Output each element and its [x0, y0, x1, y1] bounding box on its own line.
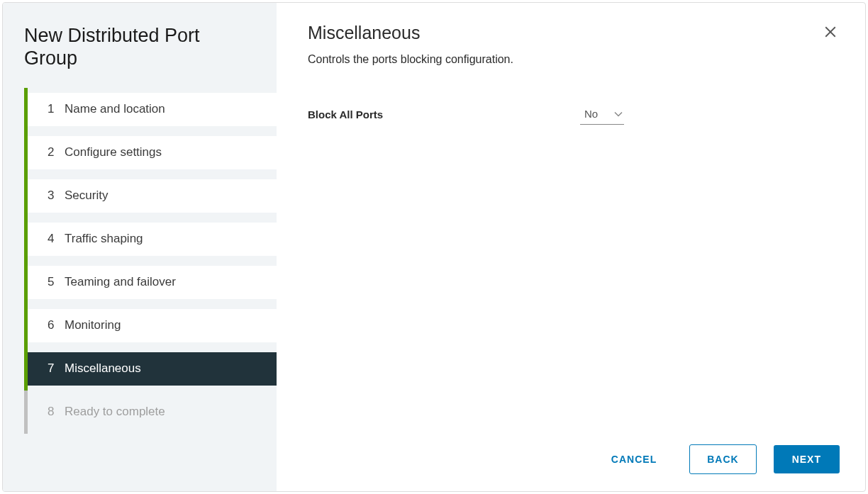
step-teaming-and-failover[interactable]: 5 Teaming and failover	[3, 266, 277, 299]
step-number: 7	[48, 361, 65, 376]
chevron-down-icon	[614, 107, 623, 120]
content-header: Miscellaneous Controls the ports blockin…	[308, 23, 840, 104]
step-number: 8	[48, 405, 65, 419]
block-all-ports-select[interactable]: No	[580, 104, 624, 125]
wizard-dialog: New Distributed Port Group 1 Name and lo…	[2, 2, 866, 492]
step-label: Traffic shaping	[65, 232, 143, 246]
next-button[interactable]: NEXT	[774, 445, 840, 473]
step-miscellaneous[interactable]: 7 Miscellaneous	[3, 352, 277, 386]
step-number: 6	[48, 318, 65, 332]
step-label: Security	[65, 189, 108, 203]
step-label: Teaming and failover	[65, 275, 176, 289]
step-number: 1	[48, 102, 65, 116]
block-all-ports-label: Block All Ports	[308, 108, 580, 120]
close-icon[interactable]	[821, 23, 840, 44]
wizard-footer: CANCEL BACK NEXT	[308, 444, 840, 474]
step-label: Miscellaneous	[65, 361, 141, 376]
wizard-steps: 1 Name and location 2 Configure settings…	[3, 93, 277, 429]
select-value: No	[584, 108, 598, 120]
step-number: 2	[48, 145, 65, 159]
step-ready-to-complete: 8 Ready to complete	[3, 395, 277, 429]
wizard-content: Miscellaneous Controls the ports blockin…	[277, 3, 865, 491]
step-label: Name and location	[65, 102, 165, 116]
step-number: 5	[48, 275, 65, 289]
wizard-title: New Distributed Port Group	[3, 24, 277, 93]
step-number: 3	[48, 189, 65, 203]
step-number: 4	[48, 232, 65, 246]
wizard-sidebar: New Distributed Port Group 1 Name and lo…	[3, 3, 277, 491]
step-label: Ready to complete	[65, 405, 165, 419]
step-traffic-shaping[interactable]: 4 Traffic shaping	[3, 223, 277, 256]
cancel-button[interactable]: CANCEL	[596, 445, 672, 473]
page-description: Controls the ports blocking configuratio…	[308, 53, 513, 66]
step-name-and-location[interactable]: 1 Name and location	[3, 93, 277, 126]
step-configure-settings[interactable]: 2 Configure settings	[3, 136, 277, 169]
step-monitoring[interactable]: 6 Monitoring	[3, 309, 277, 342]
step-label: Configure settings	[65, 145, 162, 159]
step-security[interactable]: 3 Security	[3, 179, 277, 213]
page-title: Miscellaneous	[308, 23, 513, 43]
back-button[interactable]: BACK	[689, 444, 756, 474]
step-label: Monitoring	[65, 318, 121, 332]
block-all-ports-row: Block All Ports No	[308, 104, 840, 125]
